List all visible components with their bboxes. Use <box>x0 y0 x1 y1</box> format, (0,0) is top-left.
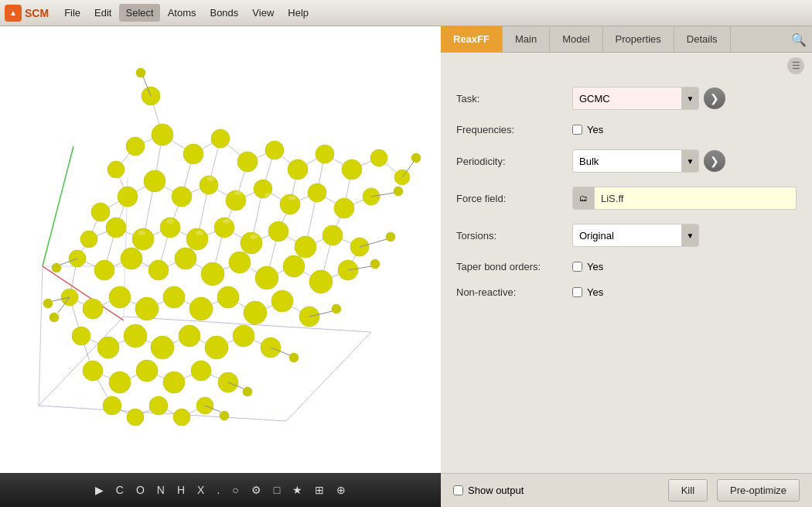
task-dropdown-arrow[interactable]: ▼ <box>681 87 698 109</box>
tab-model[interactable]: Model <box>550 26 602 52</box>
svg-point-181 <box>173 409 190 426</box>
atoms-menu[interactable]: Atoms <box>162 4 203 22</box>
dot-btn[interactable]: . <box>213 482 223 498</box>
force-field-row: Force field: 🗂 LiS.ff <box>456 187 797 210</box>
svg-point-110 <box>183 144 203 164</box>
svg-point-162 <box>271 290 293 312</box>
edit-menu[interactable]: Edit <box>88 4 118 22</box>
torsions-dropdown[interactable]: Original ▼ <box>572 224 699 247</box>
kill-button[interactable]: Kill <box>668 479 708 502</box>
task-dropdown[interactable]: GCMC ▼ <box>572 87 699 110</box>
file-menu[interactable]: File <box>58 4 87 22</box>
frequencies-checkbox-label[interactable]: Yes <box>572 124 603 135</box>
tabs-bar: ReaxFF Main Model Properties Details 🔍 <box>441 26 812 53</box>
grid-btn[interactable]: ⊞ <box>312 482 327 498</box>
periodicity-value: Bulk <box>573 152 681 170</box>
main-layout: ▶ C O N H X . ○ ⚙ □ ★ ⊞ ⊕ ReaxFF Main Mo… <box>0 26 812 507</box>
svg-point-200 <box>220 411 229 420</box>
force-field-file-btn[interactable]: 🗂 <box>573 187 595 209</box>
non-reactive-control: Yes <box>572 286 797 298</box>
periodicity-nav-arrow[interactable]: ❯ <box>704 150 725 172</box>
svg-point-206 <box>49 313 59 322</box>
viewer-toolbar: ▶ C O N H X . ○ ⚙ □ ★ ⊞ ⊕ <box>0 473 441 507</box>
svg-point-211 <box>138 231 145 235</box>
non-reactive-row: Non-reactive: Yes <box>456 286 797 298</box>
menu-bar: ▲ SCM File Edit Select Atoms Bonds View … <box>0 0 812 26</box>
svg-point-196 <box>289 353 299 362</box>
svg-point-210 <box>288 196 296 200</box>
cursor-tool-btn[interactable]: ▶ <box>92 482 107 498</box>
tab-details[interactable]: Details <box>674 26 731 52</box>
svg-point-139 <box>268 221 288 242</box>
svg-point-214 <box>223 219 230 224</box>
tab-reaxff[interactable]: ReaxFF <box>441 26 503 52</box>
nitrogen-btn[interactable]: N <box>154 482 168 498</box>
svg-point-215 <box>250 235 258 239</box>
svg-point-188 <box>394 187 403 196</box>
periodicity-label: Periodicity: <box>456 156 565 167</box>
oxygen-btn[interactable]: O <box>133 482 148 498</box>
tabs-spacer <box>731 26 786 52</box>
svg-point-132 <box>80 231 97 248</box>
rect-btn[interactable]: □ <box>271 482 283 498</box>
star-btn[interactable]: ★ <box>289 482 305 498</box>
force-field-value: LiS.ff <box>595 190 629 207</box>
frequencies-label: Frequencies: <box>456 124 565 135</box>
bonds-menu[interactable]: Bonds <box>203 4 244 22</box>
taper-checkbox-label[interactable]: Yes <box>572 261 603 272</box>
molecule-viewer[interactable] <box>0 26 441 473</box>
taper-checkbox[interactable] <box>572 262 582 272</box>
svg-point-123 <box>172 187 192 207</box>
svg-point-209 <box>264 193 272 197</box>
settings-icon[interactable]: ☰ <box>787 57 804 74</box>
svg-point-121 <box>118 187 138 207</box>
viewer-panel[interactable] <box>0 26 441 473</box>
tab-main[interactable]: Main <box>503 26 550 52</box>
svg-point-150 <box>255 266 278 289</box>
circle-btn[interactable]: ○ <box>229 482 241 498</box>
task-nav-arrow[interactable]: ❯ <box>704 87 725 109</box>
tab-properties[interactable]: Properties <box>603 26 674 52</box>
svg-point-186 <box>411 153 421 163</box>
periodicity-dropdown[interactable]: Bulk ▼ <box>572 149 699 173</box>
scm-text: SCM <box>25 7 49 19</box>
view-menu[interactable]: View <box>246 4 280 22</box>
svg-point-170 <box>233 325 254 347</box>
plus-circle-btn[interactable]: ⊕ <box>333 482 349 498</box>
task-label: Task: <box>456 93 565 104</box>
carbon-btn[interactable]: C <box>113 482 127 498</box>
periodicity-dropdown-arrow[interactable]: ▼ <box>681 150 698 172</box>
search-icon[interactable]: 🔍 <box>786 26 812 53</box>
frequencies-checkbox[interactable] <box>572 125 582 135</box>
select-menu[interactable]: Select <box>119 4 159 22</box>
force-field-wrapper[interactable]: 🗂 LiS.ff <box>572 187 797 210</box>
svg-point-117 <box>370 149 387 166</box>
svg-point-190 <box>386 232 395 242</box>
gear-btn[interactable]: ⚙ <box>248 482 264 498</box>
svg-point-167 <box>151 336 174 359</box>
torsions-dropdown-arrow[interactable]: ▼ <box>681 224 698 246</box>
svg-point-157 <box>135 297 159 320</box>
svg-point-144 <box>94 260 114 280</box>
non-reactive-checkbox[interactable] <box>572 287 582 297</box>
svg-point-158 <box>163 286 185 308</box>
frequencies-row: Frequencies: Yes <box>456 124 797 135</box>
halogen-btn[interactable]: X <box>194 482 207 498</box>
svg-point-147 <box>175 248 196 269</box>
show-output-label: Show output <box>468 485 524 496</box>
svg-point-148 <box>201 262 224 286</box>
svg-point-146 <box>148 260 169 280</box>
svg-point-207 <box>206 176 214 181</box>
hydrogen-btn[interactable]: H <box>174 482 188 498</box>
svg-point-164 <box>72 327 90 345</box>
help-menu[interactable]: Help <box>281 4 315 22</box>
show-output-checkbox[interactable] <box>453 485 463 495</box>
periodicity-control: Bulk ▼ ❯ <box>572 149 797 173</box>
task-row: Task: GCMC ▼ ❯ <box>456 87 797 110</box>
non-reactive-checkbox-label[interactable]: Yes <box>572 286 603 298</box>
preoptimize-button[interactable]: Pre-optimize <box>717 479 800 502</box>
frequencies-yes-label: Yes <box>587 124 603 135</box>
show-output-row: Show output <box>453 485 524 496</box>
svg-point-111 <box>211 129 230 148</box>
svg-point-180 <box>149 396 168 415</box>
